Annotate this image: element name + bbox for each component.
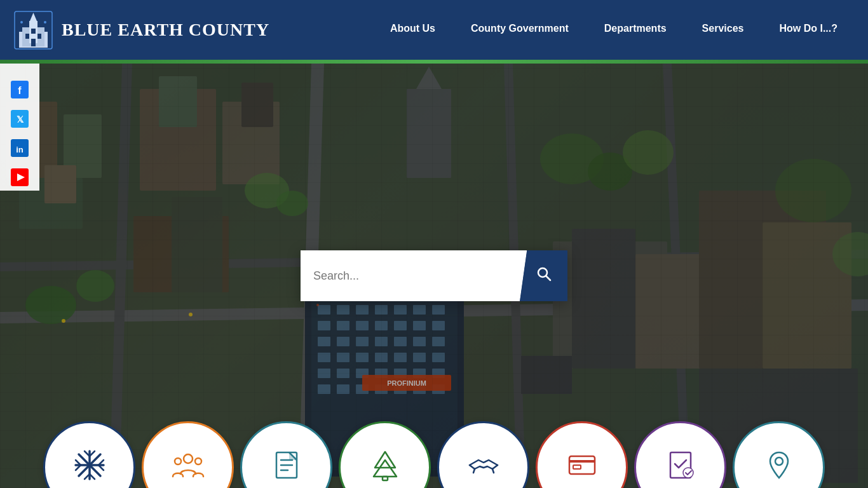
twitter-button[interactable]: 𝕏: [0, 105, 39, 132]
youtube-button[interactable]: [0, 164, 39, 191]
svg-rect-8: [31, 29, 36, 34]
search-icon: [536, 266, 552, 286]
nav-services[interactable]: Services: [684, 0, 762, 60]
svg-line-107: [546, 276, 550, 280]
facebook-icon: f: [11, 81, 29, 98]
svg-rect-6: [25, 34, 29, 39]
tree-icon: [369, 449, 402, 487]
svg-point-135: [775, 458, 783, 465]
handshake-icon: [467, 449, 500, 487]
search-button[interactable]: [520, 250, 567, 301]
svg-text:𝕏: 𝕏: [17, 114, 24, 125]
svg-rect-132: [573, 465, 581, 469]
svg-point-134: [683, 468, 693, 478]
search-input[interactable]: [301, 250, 520, 301]
twitter-icon: 𝕏: [11, 110, 29, 128]
checklist-icon: [664, 449, 697, 487]
logo-text: Blue Earth County: [62, 20, 269, 40]
icon-community[interactable]: [142, 421, 234, 488]
logo-icon: [13, 10, 54, 51]
svg-point-122: [195, 458, 201, 464]
svg-point-120: [184, 454, 193, 463]
icon-records[interactable]: [240, 421, 332, 488]
bottom-icons-row: [0, 421, 868, 488]
icon-permits[interactable]: [634, 421, 726, 488]
accent-bar: [0, 60, 868, 64]
header: Blue Earth County About Us County Govern…: [0, 0, 868, 60]
social-sidebar: f 𝕏 in: [0, 64, 39, 191]
hero-section: PROFINIUM: [0, 64, 868, 488]
people-icon: [172, 449, 205, 487]
map-pin-icon: [763, 449, 796, 487]
icon-maps[interactable]: [733, 421, 825, 488]
svg-rect-7: [37, 34, 41, 39]
card-icon: [566, 449, 599, 487]
svg-point-11: [44, 21, 46, 24]
search-container: [301, 250, 567, 301]
svg-point-10: [20, 21, 23, 24]
document-icon: [270, 449, 303, 487]
icon-parks[interactable]: [339, 421, 431, 488]
linkedin-icon: in: [11, 139, 29, 157]
nav-county-government[interactable]: County Government: [453, 0, 587, 60]
nav-how-do-i[interactable]: How Do I...?: [761, 0, 855, 60]
nav-about-us[interactable]: About Us: [372, 0, 453, 60]
icon-covid[interactable]: [43, 421, 135, 488]
icon-payments[interactable]: [536, 421, 628, 488]
snowflake-icon: [73, 449, 106, 487]
main-nav: About Us County Government Departments S…: [372, 0, 855, 60]
svg-text:f: f: [18, 85, 22, 96]
nav-departments[interactable]: Departments: [587, 0, 684, 60]
svg-rect-9: [31, 39, 36, 46]
svg-text:in: in: [16, 145, 24, 154]
icon-business[interactable]: [437, 421, 529, 488]
svg-point-121: [175, 458, 181, 464]
svg-rect-129: [383, 477, 388, 480]
logo-link[interactable]: Blue Earth County: [13, 10, 269, 51]
youtube-icon: [11, 168, 29, 186]
facebook-button[interactable]: f: [0, 76, 39, 103]
linkedin-button[interactable]: in: [0, 135, 39, 161]
